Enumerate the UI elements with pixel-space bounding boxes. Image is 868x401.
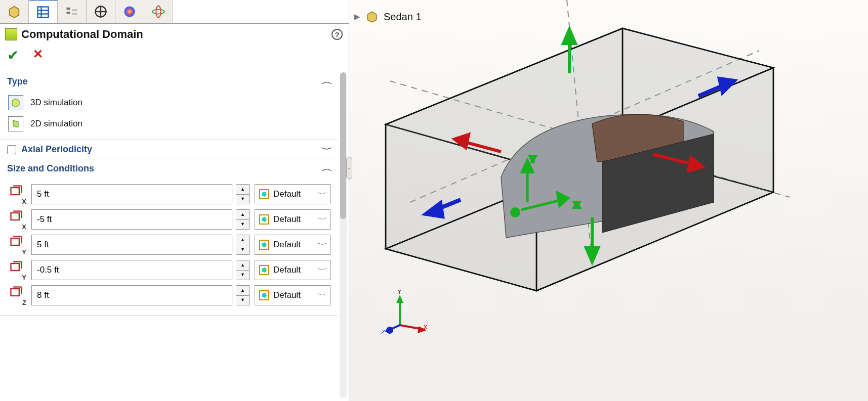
boundary-icon bbox=[259, 214, 269, 225]
axis-z-icon: Z bbox=[7, 285, 27, 305]
chevron-up-icon: ︿ bbox=[321, 164, 333, 173]
chevron-down-icon: ﹀ bbox=[317, 215, 328, 224]
svg-point-48 bbox=[512, 209, 519, 216]
svg-rect-23 bbox=[11, 238, 19, 245]
triad-y-label: Y bbox=[397, 290, 402, 295]
boundary-dropdown-y-min[interactable]: Default﹀ bbox=[255, 260, 330, 280]
axis-x-icon: X bbox=[7, 209, 27, 230]
panel-title: Computational Domain bbox=[21, 28, 143, 41]
option-2d-simulation[interactable]: 2D simulation bbox=[7, 113, 330, 135]
svg-rect-7 bbox=[72, 9, 77, 11]
graphics-viewport[interactable]: ◦ ▶ Sedan 1 bbox=[349, 0, 868, 401]
svg-rect-20 bbox=[11, 213, 19, 220]
tab-dimxpert[interactable] bbox=[87, 0, 115, 23]
boundary-dropdown-x-min[interactable]: Default﹀ bbox=[255, 209, 330, 230]
svg-marker-43 bbox=[563, 29, 575, 43]
dimension-input-y-max[interactable] bbox=[31, 235, 232, 255]
triad-x-label: X bbox=[423, 323, 428, 331]
spinner-up[interactable]: ▲ bbox=[236, 185, 249, 195]
section-type-header[interactable]: Type ︿ bbox=[0, 72, 338, 91]
boundary-label: Default bbox=[273, 240, 315, 250]
svg-marker-62 bbox=[396, 295, 403, 303]
spinner-x-min: ▲▼ bbox=[236, 209, 250, 230]
dimension-row-x-min: X▲▼Default﹀ bbox=[7, 209, 330, 230]
tab-configuration-manager[interactable] bbox=[58, 0, 87, 23]
svg-rect-8 bbox=[72, 13, 77, 15]
cube-3d-icon bbox=[8, 95, 23, 110]
triad-z-label: Z bbox=[381, 328, 385, 336]
boundary-dropdown-x-max[interactable]: Default﹀ bbox=[255, 184, 330, 204]
axis-y-icon: Y bbox=[7, 235, 27, 255]
dimension-row-y-min: Y▲▼Default﹀ bbox=[7, 260, 330, 280]
axis-x-icon: X bbox=[7, 184, 27, 204]
panel-tabstrip bbox=[0, 0, 349, 24]
svg-text:Y: Y bbox=[530, 155, 535, 163]
tab-flow-sim[interactable] bbox=[144, 0, 173, 23]
spinner-down[interactable]: ▼ bbox=[236, 296, 249, 305]
svg-text:X: X bbox=[574, 201, 580, 209]
section-axial-periodicity[interactable]: Axial Periodicity ﹀ bbox=[0, 140, 338, 159]
computational-domain-icon bbox=[5, 28, 17, 40]
tab-appearance[interactable] bbox=[115, 0, 144, 23]
svg-rect-5 bbox=[67, 7, 70, 10]
axial-periodicity-checkbox[interactable] bbox=[7, 145, 16, 154]
section-size-label: Size and Conditions bbox=[7, 163, 94, 174]
spinner-up[interactable]: ▲ bbox=[236, 235, 249, 245]
boundary-icon bbox=[259, 189, 269, 199]
dimension-row-x-max: X▲▼Default﹀ bbox=[7, 184, 330, 204]
chevron-up-icon: ︿ bbox=[321, 77, 333, 86]
boundary-icon bbox=[259, 290, 269, 300]
svg-point-12 bbox=[125, 6, 135, 17]
scrollbar-thumb[interactable] bbox=[340, 72, 346, 219]
spinner-down[interactable]: ▼ bbox=[236, 271, 249, 280]
spinner-up[interactable]: ▲ bbox=[236, 286, 249, 296]
chevron-down-icon: ﹀ bbox=[317, 291, 328, 300]
tab-feature-manager[interactable] bbox=[0, 0, 29, 23]
spinner-y-min: ▲▼ bbox=[236, 260, 250, 280]
dimension-input-x-min[interactable] bbox=[31, 209, 232, 230]
cancel-button[interactable]: ✕ bbox=[33, 47, 43, 64]
svg-point-66 bbox=[386, 327, 393, 334]
svg-point-14 bbox=[156, 6, 160, 17]
dimension-input-y-min[interactable] bbox=[31, 260, 232, 280]
spinner-up[interactable]: ▲ bbox=[236, 210, 249, 220]
svg-marker-16 bbox=[13, 120, 18, 127]
plane-2d-icon bbox=[8, 116, 23, 131]
spinner-down[interactable]: ▼ bbox=[236, 245, 249, 255]
spinner-y-max: ▲▼ bbox=[236, 235, 250, 255]
option-3d-simulation[interactable]: 3D simulation bbox=[7, 92, 330, 113]
svg-rect-17 bbox=[11, 188, 19, 195]
svg-point-13 bbox=[152, 9, 164, 14]
svg-rect-29 bbox=[11, 289, 19, 296]
dimension-row-y-max: Y▲▼Default﹀ bbox=[7, 235, 330, 255]
chevron-down-icon: ﹀ bbox=[317, 190, 328, 199]
chevron-down-icon: ﹀ bbox=[321, 145, 333, 154]
svg-rect-6 bbox=[67, 12, 70, 14]
dimension-input-z-max[interactable] bbox=[31, 285, 232, 305]
spinner-down[interactable]: ▼ bbox=[236, 220, 249, 230]
dimension-row-z-max: Z▲▼Default﹀ bbox=[7, 285, 330, 305]
spinner-x-max: ▲▼ bbox=[236, 184, 250, 204]
svg-rect-1 bbox=[38, 7, 49, 17]
option-2d-label: 2D simulation bbox=[30, 119, 82, 129]
tab-property-manager[interactable] bbox=[29, 0, 58, 23]
spinner-up[interactable]: ▲ bbox=[236, 260, 249, 271]
boundary-dropdown-y-max[interactable]: Default﹀ bbox=[255, 235, 330, 255]
spinner-down[interactable]: ▼ bbox=[236, 195, 249, 204]
svg-rect-26 bbox=[11, 263, 19, 271]
boundary-label: Default bbox=[273, 189, 315, 199]
boundary-label: Default bbox=[273, 265, 315, 275]
orientation-triad[interactable]: Y X Z bbox=[372, 290, 428, 345]
dimension-input-x-max[interactable] bbox=[31, 184, 232, 204]
boundary-label: Default bbox=[273, 214, 315, 225]
panel-scrollbar[interactable] bbox=[340, 72, 347, 398]
ok-button[interactable]: ✔ bbox=[7, 47, 19, 64]
section-size-header[interactable]: Size and Conditions ︿ bbox=[0, 159, 338, 178]
section-type-label: Type bbox=[7, 76, 28, 87]
help-button[interactable]: ? bbox=[332, 29, 343, 40]
axis-y-icon: Y bbox=[7, 260, 27, 280]
boundary-dropdown-z-max[interactable]: Default﹀ bbox=[255, 285, 330, 305]
chevron-down-icon: ﹀ bbox=[317, 265, 328, 275]
boundary-label: Default bbox=[273, 290, 315, 300]
axial-periodicity-label: Axial Periodicity bbox=[21, 144, 92, 155]
